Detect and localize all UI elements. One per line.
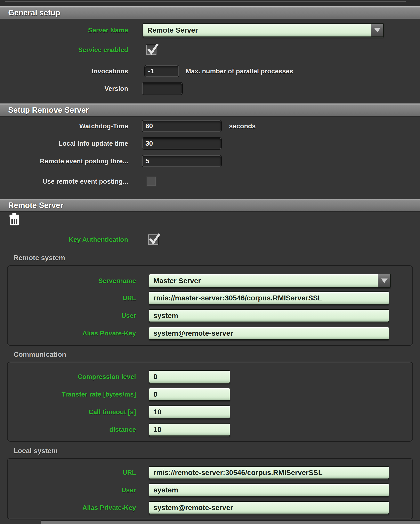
server-name-label: Server Name [0,23,128,37]
invocations-input[interactable] [144,65,179,77]
transfer-rate-row: Transfer rate [bytes/ms] [8,388,412,401]
invocations-row: Invocations Max. number of parallel proc… [0,65,420,77]
bottom-divider [41,521,420,524]
version-label: Version [0,82,128,95]
transfer-rate-input[interactable] [149,388,230,401]
remote-alias-label: Alias Private-Key [8,327,136,340]
servername-combobox[interactable]: Master Server [149,274,391,288]
section-header-general-setup: General setup [0,6,420,19]
local-url-label: URL [8,466,136,479]
local-url-row: URL [8,466,412,479]
service-enabled-checkbox[interactable] [146,45,156,55]
remote-url-label: URL [8,291,136,305]
servername-label: Servername [8,274,136,288]
server-name-row: Server Name Remote Server [0,23,420,37]
remote-event-threshold-row: Remote event posting thre... [0,155,420,167]
use-remote-event-posting-row: Use remote event posting... [0,175,420,187]
call-timeout-input[interactable] [149,405,230,419]
local-url-input[interactable] [149,466,389,479]
remote-user-input[interactable] [149,309,389,322]
key-authentication-label: Key Authentication [0,234,128,245]
version-row: Version [0,82,420,95]
key-authentication-row: Key Authentication [0,234,420,245]
call-timeout-label: Call timeout [s] [8,405,136,419]
distance-input[interactable] [149,423,230,436]
remote-user-label: User [8,309,136,322]
local-info-update-row: Local info update time [0,137,420,150]
chevron-down-icon[interactable] [378,274,390,287]
local-user-row: User [8,483,412,497]
invocations-hint: Max. number of parallel processes [186,65,293,77]
section-header-setup-remove-server: Setup Remove Server [0,104,420,117]
distance-row: distance [8,423,412,436]
group-title-local-system: Local system [14,447,58,455]
remote-event-threshold-label: Remote event posting thre... [0,155,128,167]
server-name-combobox[interactable]: Remote Server [143,23,384,37]
remote-system-group: Servername Master Server URL User Alias … [7,265,413,346]
watchdog-time-label: Watchdog-Time [0,120,128,132]
local-alias-label: Alias Private-Key [8,501,136,514]
checkmark-icon [147,43,159,55]
section-header-remote-server: Remote Server [0,199,420,212]
top-divider [0,0,420,6]
key-authentication-checkbox[interactable] [148,235,158,245]
local-alias-input[interactable] [149,501,389,514]
watchdog-time-input[interactable] [142,120,222,132]
service-enabled-label: Service enabled [0,44,128,56]
service-enabled-row: Service enabled [0,44,420,56]
distance-label: distance [8,423,136,436]
remote-event-threshold-input[interactable] [142,155,222,167]
local-info-update-input[interactable] [142,137,222,150]
use-remote-event-posting-label: Use remote event posting... [0,175,128,187]
group-title-remote-system: Remote system [14,254,65,262]
section-title: General setup [8,9,60,17]
local-system-group: URL User Alias Private-Key [7,458,413,519]
local-info-update-label: Local info update time [0,137,128,150]
transfer-rate-label: Transfer rate [bytes/ms] [8,388,136,401]
communication-group: Compression level Transfer rate [bytes/m… [7,362,413,442]
watchdog-time-row: Watchdog-Time seconds [0,120,420,132]
remote-alias-row: Alias Private-Key [8,327,412,340]
remote-url-row: URL [8,291,412,305]
trash-icon[interactable] [9,213,20,225]
remote-user-row: User [8,309,412,322]
invocations-label: Invocations [0,65,128,77]
use-remote-event-posting-checkbox[interactable] [146,176,156,186]
compression-level-input[interactable] [149,370,230,383]
settings-panel: General setup Server Name Remote Server … [0,0,420,524]
watchdog-time-unit: seconds [229,120,256,132]
compression-level-label: Compression level [8,370,136,383]
section-title: Remote Server [8,201,63,210]
remote-url-input[interactable] [149,291,389,305]
group-title-communication: Communication [14,350,66,358]
chevron-down-icon[interactable] [371,24,383,36]
server-name-value: Remote Server [143,24,371,36]
remote-alias-input[interactable] [149,327,389,340]
servername-value: Master Server [149,274,378,287]
servername-row: Servername Master Server [8,274,412,288]
version-input[interactable] [142,82,183,95]
local-user-input[interactable] [149,483,389,497]
checkmark-icon [149,232,161,245]
section-title: Setup Remove Server [8,106,89,114]
local-user-label: User [8,483,136,497]
local-alias-row: Alias Private-Key [8,501,412,514]
call-timeout-row: Call timeout [s] [8,405,412,419]
compression-level-row: Compression level [8,370,412,383]
